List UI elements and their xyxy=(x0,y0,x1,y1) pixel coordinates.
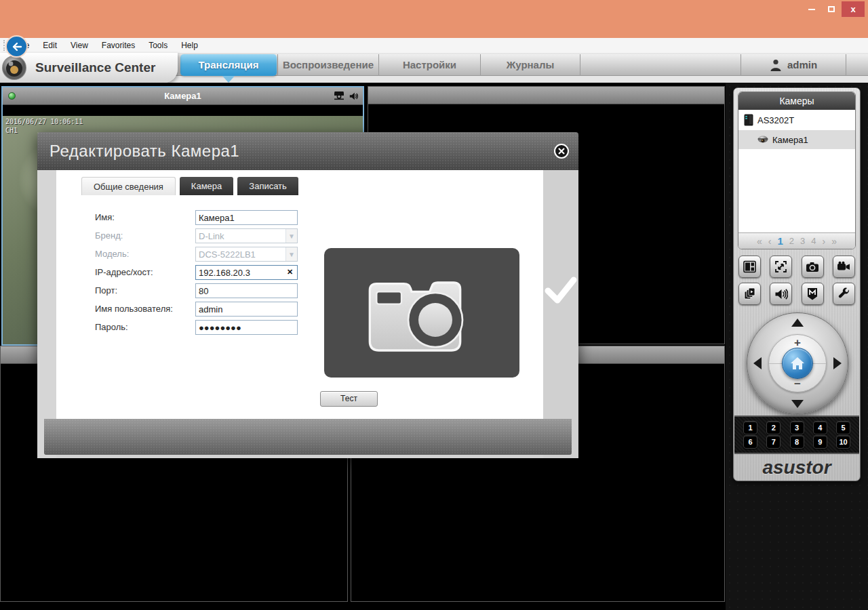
name-input[interactable] xyxy=(195,210,298,225)
username-input[interactable] xyxy=(195,302,298,317)
page-next[interactable]: › xyxy=(823,236,826,247)
dialog-close-button[interactable] xyxy=(553,143,570,159)
camera-name: Камера1 xyxy=(772,135,808,145)
clear-input-icon[interactable]: ✕ xyxy=(287,268,293,277)
ptz-home-button[interactable] xyxy=(782,348,813,379)
password-label: Пароль: xyxy=(95,322,193,332)
sequence-button[interactable] xyxy=(738,283,761,305)
nav-tab-settings[interactable]: Настройки xyxy=(378,54,480,76)
tab-general[interactable]: Общие сведения xyxy=(81,177,176,195)
ip-label: IP-адрес/хост: xyxy=(95,267,193,277)
page-3[interactable]: 3 xyxy=(800,236,805,246)
page-prev[interactable]: ‹ xyxy=(768,236,772,247)
window-minimize-button[interactable] xyxy=(802,1,821,17)
zoom-out-control[interactable]: − xyxy=(769,378,826,391)
ptz-right-arrow-icon[interactable] xyxy=(833,357,842,369)
dialog-footer-band xyxy=(44,419,572,455)
tree-item-nas[interactable]: AS3202T xyxy=(738,110,855,130)
chevron-down-icon: ▼ xyxy=(285,247,297,261)
tree-item-camera[interactable]: Камера1 xyxy=(738,130,855,149)
dialog-title: Редактировать Камера1 xyxy=(50,132,239,170)
snapshot-camera-icon xyxy=(806,261,819,273)
layout-button[interactable] xyxy=(738,256,761,278)
model-select: DCS-5222LB1 ▼ xyxy=(195,247,298,262)
video-camera-icon xyxy=(837,261,850,272)
password-input[interactable] xyxy=(195,320,298,335)
brand-select: D-Link ▼ xyxy=(195,228,298,243)
brand-logo: asustor xyxy=(734,454,860,481)
ptz-down-arrow-icon[interactable] xyxy=(791,400,804,408)
page-last[interactable]: » xyxy=(831,236,837,247)
nav-tab-logs[interactable]: Журналы xyxy=(480,54,580,76)
close-icon xyxy=(553,143,570,159)
ptz-left-arrow-icon[interactable] xyxy=(753,357,762,369)
model-value: DCS-5222LB1 xyxy=(196,249,285,260)
form-row-name: Имя: xyxy=(37,210,578,225)
preset-3[interactable]: 3 xyxy=(790,421,804,434)
port-label: Порт: xyxy=(95,285,193,296)
user-menu[interactable]: admin xyxy=(741,54,846,76)
minimize-icon xyxy=(808,9,815,10)
preset-2[interactable]: 2 xyxy=(766,421,781,434)
audio-button[interactable] xyxy=(770,283,792,305)
user-name: admin xyxy=(787,54,817,76)
window-maximize-button[interactable] xyxy=(822,1,841,17)
snapshot-button[interactable] xyxy=(802,256,824,278)
back-button[interactable] xyxy=(5,35,28,58)
preset-4[interactable]: 4 xyxy=(813,421,827,434)
camera-type-icon[interactable] xyxy=(334,92,345,101)
app-header: Трансляция Воспроизведение Настройки Жур… xyxy=(0,53,868,83)
page-first[interactable]: « xyxy=(757,236,762,247)
manual-record-button[interactable] xyxy=(802,283,824,305)
menu-help[interactable]: Help xyxy=(174,41,205,50)
menu-bar: File Edit View Favorites Tools Help xyxy=(0,38,868,53)
preset-1[interactable]: 1 xyxy=(743,421,757,434)
preset-7[interactable]: 7 xyxy=(766,435,781,449)
surveillance-camera-logo-icon xyxy=(0,54,30,82)
camera-preview-placeholder xyxy=(324,248,519,378)
camera-panel-title: Камера1 xyxy=(3,91,363,101)
page-4[interactable]: 4 xyxy=(811,236,816,246)
menu-grip xyxy=(3,40,5,51)
tab-record[interactable]: Записать xyxy=(237,177,298,195)
name-label: Имя: xyxy=(95,212,193,222)
fullscreen-button[interactable] xyxy=(770,256,792,278)
page-2[interactable]: 2 xyxy=(789,236,794,246)
browser-navbar: e http://as3202:18000/apps/nvr/?path=mai… xyxy=(0,19,868,38)
ip-input[interactable] xyxy=(195,265,298,280)
username-label: Имя пользователя: xyxy=(95,304,193,314)
audio-speaker-icon[interactable] xyxy=(349,92,359,101)
manual-record-badge-icon xyxy=(806,287,818,300)
nav-tab-playback[interactable]: Воспроизведение xyxy=(277,54,378,76)
speaker-icon xyxy=(774,288,788,300)
browser-titlebar: x xyxy=(0,0,868,19)
menu-favorites[interactable]: Favorites xyxy=(95,41,142,50)
preset-5[interactable]: 5 xyxy=(836,421,850,434)
test-button[interactable]: Тест xyxy=(320,391,378,407)
camera-panel-header xyxy=(368,87,724,104)
preset-panel: 1 2 3 4 5 6 7 8 9 10 xyxy=(734,415,859,454)
port-input[interactable] xyxy=(195,283,298,298)
preset-6[interactable]: 6 xyxy=(743,435,757,449)
menu-tools[interactable]: Tools xyxy=(142,41,174,50)
record-button[interactable] xyxy=(833,256,855,278)
preset-8[interactable]: 8 xyxy=(790,435,804,449)
brand-value: D-Link xyxy=(196,231,285,241)
preset-10[interactable]: 10 xyxy=(836,435,850,449)
wrench-icon xyxy=(837,287,850,300)
page-1[interactable]: 1 xyxy=(777,235,783,247)
dialog-tab-bar: Общие сведения Камера Записать xyxy=(81,177,298,195)
ptz-up-arrow-icon[interactable] xyxy=(791,319,804,327)
app-title: Surveillance Center xyxy=(35,60,155,75)
menu-edit[interactable]: Edit xyxy=(36,41,64,50)
settings-button[interactable] xyxy=(833,283,855,305)
tab-camera[interactable]: Камера xyxy=(180,177,233,195)
app-logo-plate: Surveillance Center xyxy=(0,53,178,83)
window-close-button[interactable]: x xyxy=(842,1,865,17)
ptz-joystick: + − xyxy=(747,312,848,414)
user-icon xyxy=(770,58,782,72)
menu-view[interactable]: View xyxy=(64,41,95,50)
cameras-panel-title: Камеры xyxy=(738,92,855,110)
preset-9[interactable]: 9 xyxy=(813,435,827,449)
nav-tab-live[interactable]: Трансляция xyxy=(180,54,277,76)
